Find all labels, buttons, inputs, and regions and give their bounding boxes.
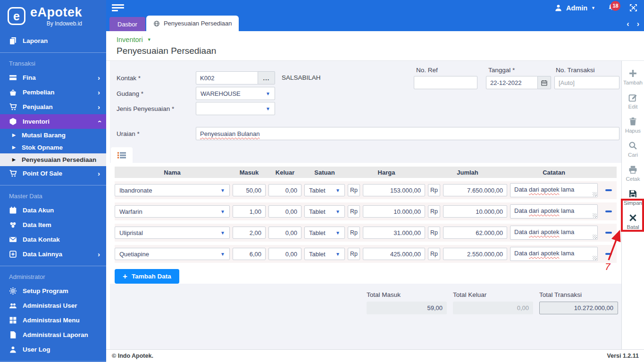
keluar-input[interactable]: 0,00 (268, 227, 301, 239)
masuk-input[interactable]: 1,00 (233, 205, 266, 218)
no-ref-input[interactable] (414, 76, 477, 89)
sidebar-item-pembelian[interactable]: Pembelian › (0, 85, 106, 100)
tab-dasbor[interactable]: Dasbor (109, 17, 145, 31)
file-icon (9, 331, 17, 339)
list-icon (117, 151, 126, 160)
sidebar-subitem-mutasi-barang[interactable]: ▶ Mutasi Barang (0, 129, 106, 141)
add-data-button[interactable]: + Tambah Data (115, 269, 179, 284)
jenis-penyesuaian-select[interactable]: ▼ (196, 102, 275, 115)
masuk-input[interactable]: 6,00 (233, 248, 266, 260)
resize-grip[interactable] (593, 213, 597, 218)
resize-grip[interactable] (593, 192, 597, 196)
sidebar-item-user-log[interactable]: User Log (0, 342, 106, 357)
item-select[interactable]: Ibandronate▼ (115, 184, 230, 196)
catatan-textarea[interactable]: Data dari apotek lama (510, 247, 598, 261)
satuan-select[interactable]: Tablet▼ (304, 248, 345, 260)
remove-row-button[interactable] (601, 189, 617, 191)
kontak-input[interactable]: K002 (196, 71, 258, 84)
item-select[interactable]: Ulipristal▼ (115, 227, 230, 239)
credit-card-icon (9, 74, 17, 82)
user-menu[interactable]: Admin ▼ (554, 4, 595, 12)
resize-grip[interactable] (593, 235, 597, 239)
tab-scroll-controls: ‹ › (627, 20, 639, 28)
harga-input[interactable]: 10.000,00 (363, 205, 425, 218)
masuk-input[interactable]: 50,00 (233, 184, 266, 196)
harga-input[interactable]: 31.000,00 (363, 227, 425, 239)
sidebar-item-data-akun[interactable]: Data Akun (0, 203, 106, 218)
keluar-input[interactable]: 0,00 (268, 248, 301, 260)
satuan-select[interactable]: Tablet▼ (304, 227, 345, 239)
remove-row-button[interactable] (601, 232, 617, 233)
envelope-icon (9, 236, 17, 244)
notifications-button[interactable]: 18 (608, 3, 617, 13)
sidebar-item-data-item[interactable]: Data Item (0, 218, 106, 232)
keluar-input[interactable]: 0,00 (268, 205, 301, 218)
harga-input[interactable]: 153.000,00 (363, 184, 425, 196)
sidebar-item-setup-program[interactable]: Setup Program (0, 284, 106, 298)
catatan-text: lama (559, 250, 574, 257)
jumlah-input[interactable]: 7.650.000,00 (443, 184, 507, 196)
sidebar-item-penjualan[interactable]: Penjualan › (0, 100, 106, 114)
resize-grip[interactable] (593, 256, 597, 260)
add-data-label: Tambah Data (132, 273, 171, 280)
keluar-input[interactable]: 0,00 (268, 184, 301, 196)
fullscreen-button[interactable] (629, 4, 637, 12)
sidebar-item-data-lainnya[interactable]: Data Lainnya › (0, 247, 106, 261)
satuan-select[interactable]: Tablet▼ (304, 205, 345, 218)
breadcrumb[interactable]: Inventori ▼ (117, 36, 644, 43)
plus-icon: + (123, 272, 127, 280)
item-select[interactable]: Warfarin▼ (115, 205, 230, 218)
detail-list-tab[interactable] (111, 147, 133, 163)
catatan-textarea[interactable]: Data dari apotek lama (510, 204, 598, 219)
tab-scroll-left[interactable]: ‹ (627, 20, 629, 28)
page-title: Penyesuaian Persediaan (117, 46, 644, 56)
remove-row-button[interactable] (601, 210, 617, 212)
hamburger-menu-icon[interactable] (112, 4, 124, 11)
batal-button[interactable]: Batal (622, 213, 644, 230)
sidebar-item-administrasi-user[interactable]: Administrasi User (0, 298, 106, 313)
action-label: Tambah (623, 80, 643, 85)
sidebar-item-label: Fina (23, 74, 92, 81)
uraian-input[interactable]: Penyesuaian Bulanan (196, 127, 619, 140)
remove-row-button[interactable] (601, 253, 617, 254)
tanggal-calendar-button[interactable] (538, 76, 551, 89)
minus-icon (605, 232, 612, 233)
simpan-button[interactable]: Simpan (622, 189, 644, 206)
hapus-button[interactable]: Hapus (622, 117, 644, 134)
sidebar-item-laporan[interactable]: Laporan (0, 34, 106, 48)
sidebar-subitem-penyesuaian-persediaan[interactable]: ▶ Penyesuaian Persediaan (0, 153, 106, 166)
cetak-button[interactable]: Cetak (622, 165, 644, 182)
sidebar-item-administrasi-laporan[interactable]: Administrasi Laporan (0, 328, 106, 342)
sidebar-item-inventori[interactable]: Inventori › (0, 114, 106, 129)
harga-input[interactable]: 425.000,00 (363, 248, 425, 260)
sidebar-subitem-stok-opname[interactable]: ▶ Stok Opname (0, 141, 106, 153)
satuan-select[interactable]: Tablet▼ (304, 184, 345, 196)
kontak-lookup-button[interactable]: ... (258, 71, 275, 84)
total-masuk-value: 59,00 (367, 302, 447, 314)
masuk-input[interactable]: 2,00 (233, 227, 266, 239)
cari-button[interactable]: Cari (622, 141, 644, 158)
gudang-select[interactable]: WAREHOUSE ▼ (196, 87, 275, 100)
catatan-textarea[interactable]: Data dari apotek lama (510, 226, 598, 240)
tab-penyesuaian-persediaan[interactable]: Penyesuaian Persediaan (146, 16, 239, 31)
topbar: Admin ▼ 18 (106, 0, 644, 16)
jumlah-input[interactable]: 2.550.000,00 (443, 248, 507, 260)
currency-label: Rp (428, 205, 440, 218)
tambah-button[interactable]: Tambah (622, 69, 644, 85)
jumlah-input[interactable]: 10.000,00 (443, 205, 507, 218)
currency-label: Rp (348, 227, 360, 239)
no-transaksi-input[interactable]: [Auto] (554, 76, 619, 89)
tanggal-input[interactable]: 22-12-2022 (486, 76, 538, 89)
item-name: Ibandronate (119, 187, 152, 194)
jumlah-input[interactable]: 62.000,00 (443, 227, 507, 239)
column-header-jumlah: Jumlah (428, 169, 507, 176)
table-row: Quetiapine▼ 6,00 0,00 Tablet▼ Rp 425.000… (115, 245, 617, 263)
sidebar-item-point-of-sale[interactable]: Point Of Sale › (0, 166, 106, 181)
sidebar-item-data-kontak[interactable]: Data Kontak (0, 232, 106, 247)
tab-scroll-right[interactable]: › (637, 20, 639, 28)
catatan-textarea[interactable]: Data dari apotek lama (510, 183, 598, 197)
sidebar-item-fina[interactable]: Fina › (0, 70, 106, 85)
item-select[interactable]: Quetiapine▼ (115, 248, 230, 260)
sidebar-item-administrasi-menu[interactable]: Administrasi Menu (0, 313, 106, 328)
edit-button[interactable]: Edit (622, 93, 644, 109)
